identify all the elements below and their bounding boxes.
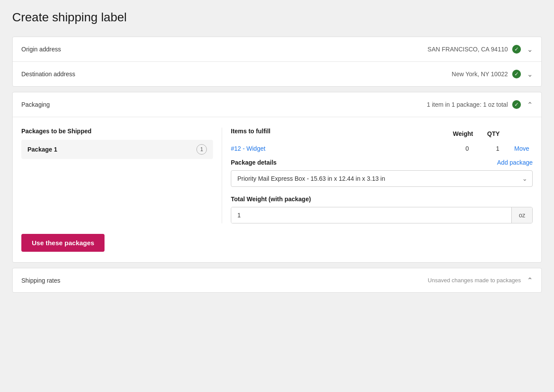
weight-col-header: Weight	[446, 130, 480, 137]
weight-input[interactable]	[231, 207, 511, 223]
item-row: #12 - Widget 0 1 Move	[231, 145, 533, 152]
destination-right: New York, NY 10022 ✓ ⌄	[452, 70, 533, 78]
package-1-name: Package 1	[27, 146, 192, 153]
item-link[interactable]: #12 - Widget	[231, 145, 450, 152]
items-col-header: Items to fulfill	[231, 128, 270, 135]
packaging-label: Packaging	[21, 101, 50, 108]
weight-qty-headers: Weight QTY	[446, 130, 533, 137]
weight-unit: oz	[511, 207, 532, 223]
page-title: Create shipping label	[12, 10, 542, 24]
package-1-badge: 1	[196, 144, 207, 155]
origin-label: Origin address	[21, 46, 61, 53]
packages-col-header: Packages to be Shipped	[21, 128, 213, 135]
origin-value: SAN FRANCISCO, CA 94110	[428, 46, 508, 53]
destination-value: New York, NY 10022	[452, 71, 508, 78]
add-package-button[interactable]: Add package	[497, 159, 533, 166]
origin-right: SAN FRANCISCO, CA 94110 ✓ ⌄	[428, 45, 533, 54]
fulfill-header: Items to fulfill Weight QTY	[231, 128, 533, 140]
destination-chevron-icon: ⌄	[527, 70, 533, 78]
packaging-section: Packaging 1 item in 1 package: 1 oz tota…	[12, 92, 542, 263]
package-details-header: Package details Add package	[231, 159, 533, 166]
shipping-rates-right: Unsaved changes made to packages ⌃	[428, 276, 533, 284]
packaging-check-icon: ✓	[512, 100, 521, 109]
package-1-row[interactable]: Package 1 1	[21, 140, 213, 159]
use-packages-button[interactable]: Use these packages	[21, 234, 105, 252]
item-qty: 1	[485, 145, 511, 152]
shipping-rates-row[interactable]: Shipping rates Unsaved changes made to p…	[12, 268, 542, 293]
shipping-rates-chevron-icon: ⌃	[527, 276, 533, 284]
package-type-select[interactable]: Priority Mail Express Box - 15.63 in x 1…	[231, 170, 533, 187]
packaging-header[interactable]: Packaging 1 item in 1 package: 1 oz tota…	[13, 92, 541, 117]
qty-col-header: QTY	[480, 130, 507, 137]
address-card: Origin address SAN FRANCISCO, CA 94110 ✓…	[12, 37, 542, 87]
packages-right-panel: Items to fulfill Weight QTY #12 - Widget…	[222, 128, 533, 223]
move-button[interactable]: Move	[511, 145, 533, 152]
packaging-body: Packages to be Shipped Package 1 1 Items…	[13, 117, 541, 262]
origin-check-icon: ✓	[512, 45, 521, 54]
destination-label: Destination address	[21, 71, 75, 78]
packaging-chevron-icon: ⌃	[527, 101, 533, 109]
packaging-header-right: 1 item in 1 package: 1 oz total ✓ ⌃	[427, 100, 533, 109]
total-weight-label: Total Weight (with package)	[231, 196, 533, 203]
package-details-label: Package details	[231, 159, 277, 166]
origin-chevron-icon: ⌄	[527, 45, 533, 54]
packages-grid: Packages to be Shipped Package 1 1 Items…	[21, 128, 533, 223]
destination-check-icon: ✓	[512, 70, 521, 78]
unsaved-changes-text: Unsaved changes made to packages	[428, 277, 521, 284]
packages-left-panel: Packages to be Shipped Package 1 1	[21, 128, 222, 223]
shipping-rates-label: Shipping rates	[21, 277, 61, 284]
item-weight: 0	[450, 145, 485, 152]
weight-input-wrapper: oz	[231, 207, 533, 223]
packaging-summary: 1 item in 1 package: 1 oz total	[427, 101, 508, 108]
package-type-select-wrapper: Priority Mail Express Box - 15.63 in x 1…	[231, 170, 533, 187]
destination-address-row[interactable]: Destination address New York, NY 10022 ✓…	[13, 61, 541, 86]
origin-address-row[interactable]: Origin address SAN FRANCISCO, CA 94110 ✓…	[13, 37, 541, 61]
